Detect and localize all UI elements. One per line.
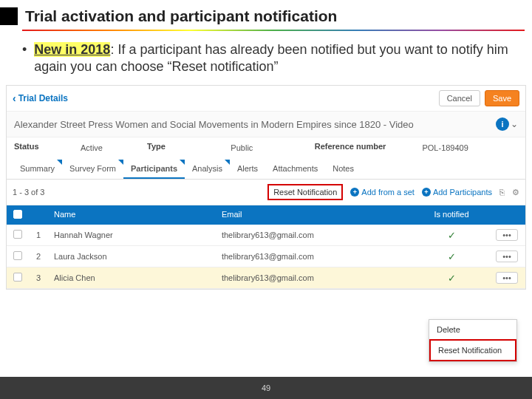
- ref-value: POL-189409: [422, 143, 518, 152]
- table-row: 3 Alicia Chen thelibrary613@gmail.com ✓ …: [7, 267, 525, 289]
- col-email: Email: [216, 205, 415, 225]
- slide-footer: 49: [0, 377, 532, 399]
- menu-reset-notification[interactable]: Reset Notification: [429, 339, 516, 361]
- row-context-menu: Delete Reset Notification: [429, 319, 517, 362]
- plus-icon: +: [350, 188, 359, 197]
- back-button[interactable]: ‹ Trial Details: [13, 92, 68, 104]
- tabs: Summary Survey Form Participants Analysi…: [7, 160, 525, 180]
- save-button[interactable]: Save: [485, 90, 519, 106]
- row-actions-button[interactable]: •••: [496, 250, 518, 262]
- tab-alerts[interactable]: Alerts: [230, 160, 265, 179]
- col-name: Name: [48, 205, 216, 225]
- col-number: [29, 205, 48, 225]
- gear-icon[interactable]: ⚙: [512, 188, 519, 197]
- field-row: Status Active Type Public Reference numb…: [7, 137, 525, 160]
- participants-table: Name Email Is notified 1 Hannah Wagner t…: [7, 205, 525, 289]
- info-icon[interactable]: i: [496, 117, 509, 131]
- new-in-badge: New in 2018: [34, 42, 110, 57]
- check-icon: ✓: [448, 230, 456, 241]
- row-email: thelibrary613@gmail.com: [216, 226, 415, 244]
- product-title: Alexander Street Press Women and Social …: [14, 119, 414, 130]
- export-icon[interactable]: ⎘: [499, 188, 505, 197]
- table-toolbar: 1 - 3 of 3 Reset Notification + Add from…: [7, 180, 525, 205]
- tab-summary[interactable]: Summary: [13, 160, 62, 179]
- table-header: Name Email Is notified: [7, 205, 525, 225]
- page-number: 49: [262, 383, 270, 392]
- type-label: Type: [147, 142, 231, 151]
- ref-label: Reference number: [315, 142, 423, 151]
- row-actions-button[interactable]: •••: [496, 272, 518, 284]
- add-from-set-label: Add from a set: [361, 188, 415, 197]
- row-checkbox[interactable]: [13, 273, 22, 282]
- row-name: Laura Jackson: [48, 248, 216, 265]
- row-number: 1: [29, 226, 48, 244]
- product-row: Alexander Street Press Women and Social …: [7, 112, 525, 137]
- status-value: Active: [81, 143, 147, 152]
- bullet-dot-icon: •: [22, 41, 27, 75]
- chevron-left-icon: ‹: [13, 92, 16, 104]
- col-checkbox[interactable]: [7, 205, 29, 225]
- topbar: ‹ Trial Details Cancel Save: [7, 86, 525, 112]
- add-participants-button[interactable]: + Add Participants: [422, 188, 492, 197]
- tab-participants[interactable]: Participants: [123, 160, 185, 179]
- title-square-icon: [0, 7, 18, 25]
- add-from-set-button[interactable]: + Add from a set: [350, 188, 415, 197]
- row-email: thelibrary613@gmail.com: [216, 269, 415, 287]
- reset-notification-button[interactable]: Reset Notification: [267, 184, 343, 200]
- tab-attachments[interactable]: Attachments: [265, 160, 325, 179]
- row-email: thelibrary613@gmail.com: [216, 248, 415, 265]
- menu-delete[interactable]: Delete: [429, 320, 516, 339]
- add-participants-label: Add Participants: [433, 188, 492, 197]
- check-icon: ✓: [448, 251, 456, 262]
- col-actions: [488, 205, 525, 225]
- slide-title: Trial activation and participant notific…: [25, 7, 337, 25]
- row-checkbox[interactable]: [13, 251, 22, 260]
- row-actions-button[interactable]: •••: [496, 229, 518, 241]
- row-checkbox[interactable]: [13, 230, 22, 239]
- cancel-button[interactable]: Cancel: [439, 90, 480, 106]
- tab-analysis[interactable]: Analysis: [185, 160, 230, 179]
- row-count: 1 - 3 of 3: [13, 188, 44, 197]
- type-value: Public: [231, 143, 314, 152]
- row-name: Alicia Chen: [48, 269, 216, 287]
- row-number: 3: [29, 269, 48, 287]
- status-label: Status: [14, 142, 81, 151]
- table-row: 2 Laura Jackson thelibrary613@gmail.com …: [7, 246, 525, 267]
- row-name: Hannah Wagner: [48, 226, 216, 244]
- bullet-paragraph: • New in 2018: If a participant has alre…: [0, 31, 532, 82]
- slide-header: Trial activation and participant notific…: [0, 0, 532, 30]
- check-icon: ✓: [448, 273, 456, 284]
- app-screenshot: ‹ Trial Details Cancel Save Alexander St…: [6, 85, 526, 290]
- tab-notes[interactable]: Notes: [325, 160, 361, 179]
- table-row: 1 Hannah Wagner thelibrary613@gmail.com …: [7, 225, 525, 246]
- row-number: 2: [29, 248, 48, 265]
- plus-icon: +: [422, 188, 431, 197]
- chevron-down-icon[interactable]: ⌄: [511, 119, 518, 129]
- tab-survey-form[interactable]: Survey Form: [62, 160, 123, 179]
- col-notified: Is notified: [415, 205, 488, 225]
- back-label: Trial Details: [18, 93, 68, 103]
